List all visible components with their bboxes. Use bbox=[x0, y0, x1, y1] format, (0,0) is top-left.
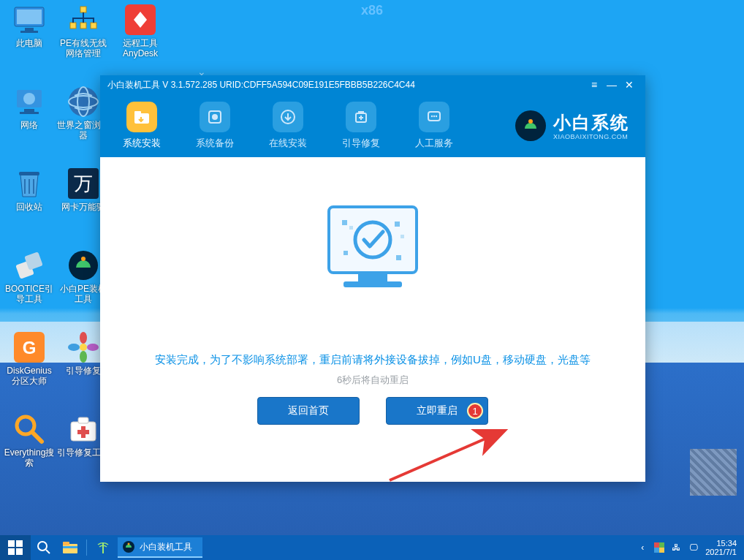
content-area: 安装完成，为了不影响系统部署，重启前请将外接设备拔掉，例如U盘，移动硬盘，光盘等… bbox=[100, 157, 645, 482]
svg-rect-60 bbox=[16, 548, 23, 555]
svg-rect-5 bbox=[70, 23, 76, 29]
svg-point-46 bbox=[528, 119, 533, 124]
tool-online-install[interactable]: 在线安装 bbox=[258, 102, 318, 150]
taskbar-app-label: 小白装机工具 bbox=[140, 541, 192, 553]
tool-system-install[interactable]: 系统安装 bbox=[112, 102, 172, 150]
desktop-everything-label: Everything搜索 bbox=[3, 448, 56, 469]
tool-manual-service[interactable]: 人工服务 bbox=[404, 102, 464, 150]
tool-online-install-icon bbox=[273, 102, 303, 132]
desktop-bootice-icon bbox=[12, 249, 46, 282]
svg-text:万: 万 bbox=[74, 173, 93, 194]
desktop-diskgenius-label: DiskGenius分区大师 bbox=[3, 366, 56, 387]
tray-monitor-icon[interactable]: 🖵 bbox=[688, 542, 699, 553]
desktop-recycle-bin[interactable]: 回收站 bbox=[3, 167, 56, 213]
desktop-network-label: 网络 bbox=[20, 121, 38, 131]
desktop-diskgenius[interactable]: GDiskGenius分区大师 bbox=[3, 330, 56, 387]
svg-rect-4 bbox=[80, 7, 86, 12]
desktop-this-pc-label: 此电脑 bbox=[16, 39, 42, 49]
svg-point-29 bbox=[87, 344, 99, 351]
tool-system-backup-icon bbox=[200, 102, 230, 132]
svg-point-44 bbox=[433, 116, 435, 117]
start-button[interactable] bbox=[0, 535, 31, 560]
annotation-arrow bbox=[384, 429, 515, 486]
taskbar-wifi-icon[interactable] bbox=[90, 535, 116, 560]
tool-manual-service-label: 人工服务 bbox=[415, 137, 453, 150]
desktop-nic-driver-label: 网卡万能驱 bbox=[61, 203, 105, 213]
svg-rect-65 bbox=[63, 546, 77, 548]
desktop-anydesk[interactable]: 远程工具 AnyDesk bbox=[114, 3, 167, 59]
svg-rect-2 bbox=[25, 28, 34, 31]
tool-system-install-label: 系统安装 bbox=[123, 137, 161, 150]
brand-logo-icon bbox=[515, 110, 546, 141]
svg-point-26 bbox=[80, 332, 87, 344]
svg-rect-1 bbox=[17, 10, 42, 24]
svg-rect-51 bbox=[342, 220, 347, 225]
taskbar-search-icon[interactable] bbox=[31, 535, 57, 560]
tool-system-backup[interactable]: 系统备份 bbox=[185, 102, 245, 150]
svg-rect-16 bbox=[19, 172, 39, 175]
desktop-pe-network-icon bbox=[67, 3, 100, 37]
minimize-button[interactable]: — bbox=[603, 79, 620, 91]
svg-point-28 bbox=[68, 344, 80, 351]
desktop-nic-driver-icon: 万 bbox=[67, 167, 100, 200]
svg-point-39 bbox=[212, 114, 218, 120]
svg-rect-70 bbox=[654, 548, 659, 553]
tray-shield-icon[interactable] bbox=[654, 542, 664, 553]
svg-rect-59 bbox=[8, 548, 15, 555]
annotation-marker-1: 1 bbox=[467, 403, 483, 419]
close-button[interactable]: ✕ bbox=[620, 79, 638, 91]
tool-manual-service-icon bbox=[419, 102, 449, 132]
svg-point-67 bbox=[128, 543, 130, 545]
brand: 小白系统XIAOBAIXITONG.COM bbox=[515, 110, 629, 141]
desktop-everything-icon bbox=[12, 412, 46, 446]
titlebar: 小白装机工具 V 3.1.572.285 URID:CDFF5A594C09E1… bbox=[100, 75, 645, 94]
desktop-boot-repair-icon bbox=[67, 330, 100, 364]
svg-point-61 bbox=[38, 542, 47, 550]
desktop-recycle-bin-icon bbox=[12, 167, 46, 200]
restart-now-label: 立即重启 bbox=[417, 404, 458, 417]
svg-rect-6 bbox=[80, 23, 86, 29]
tool-boot-repair-label: 引导修复 bbox=[342, 137, 380, 150]
tray-date: 2021/7/1 bbox=[705, 548, 737, 556]
install-complete-message: 安装完成，为了不影响系统部署，重启前请将外接设备拔掉，例如U盘，移动硬盘，光盘等 bbox=[100, 353, 645, 367]
tool-boot-repair[interactable]: 引导修复 bbox=[331, 102, 391, 150]
back-home-button[interactable]: 返回首页 bbox=[257, 397, 360, 425]
desktop-network-icon bbox=[12, 85, 46, 118]
restart-now-button[interactable]: 立即重启 1 bbox=[386, 397, 488, 425]
desktop-this-pc-icon bbox=[12, 3, 46, 37]
desktop-anydesk-label: 远程工具 AnyDesk bbox=[114, 39, 167, 59]
svg-text:G: G bbox=[23, 338, 37, 357]
svg-rect-48 bbox=[358, 273, 387, 281]
svg-point-45 bbox=[436, 116, 437, 117]
tray-network-icon[interactable]: 🖧 bbox=[670, 542, 682, 553]
svg-rect-52 bbox=[349, 226, 353, 230]
desktop-boot-repair-tool-icon bbox=[67, 412, 100, 446]
svg-rect-10 bbox=[24, 109, 34, 112]
desktop-everything[interactable]: Everything搜索 bbox=[3, 412, 56, 469]
taskbar: 小白装机工具 ‹ 🖧 🖵 15:34 2021/7/1 bbox=[0, 535, 744, 560]
svg-rect-49 bbox=[343, 281, 402, 287]
tray-clock[interactable]: 15:34 2021/7/1 bbox=[705, 539, 737, 556]
svg-point-25 bbox=[80, 344, 87, 351]
desktop-bootice[interactable]: BOOTICE引导工具 bbox=[3, 249, 56, 305]
window-title: 小白装机工具 V 3.1.572.285 URID:CDFF5A594C09E1… bbox=[107, 79, 415, 91]
svg-rect-47 bbox=[329, 207, 417, 273]
desktop-xiaobai-pe-icon bbox=[67, 249, 100, 282]
taskbar-explorer-icon[interactable] bbox=[57, 535, 83, 560]
desktop-network[interactable]: 网络 bbox=[3, 85, 56, 131]
svg-rect-58 bbox=[16, 540, 23, 547]
taskbar-app-xiaobai[interactable]: 小白装机工具 bbox=[118, 537, 202, 558]
svg-rect-56 bbox=[396, 255, 401, 260]
desktop-boot-repair-label: 引导修复 bbox=[66, 366, 101, 377]
blurred-region bbox=[690, 449, 737, 496]
tray-chevron-icon[interactable]: ‹ bbox=[637, 542, 648, 553]
desktop-pe-network[interactable]: PE有线无线网络管理 bbox=[57, 3, 110, 59]
svg-rect-53 bbox=[395, 222, 400, 227]
desktop-bootice-label: BOOTICE引导工具 bbox=[3, 284, 56, 305]
menu-button[interactable]: ≡ bbox=[585, 79, 603, 91]
svg-rect-68 bbox=[654, 542, 659, 548]
desktop-this-pc[interactable]: 此电脑 bbox=[3, 3, 56, 49]
brand-subtitle: XIAOBAIXITONG.COM bbox=[553, 133, 629, 140]
svg-rect-11 bbox=[20, 112, 39, 114]
app-window: 小白装机工具 V 3.1.572.285 URID:CDFF5A594C09E1… bbox=[100, 75, 645, 482]
